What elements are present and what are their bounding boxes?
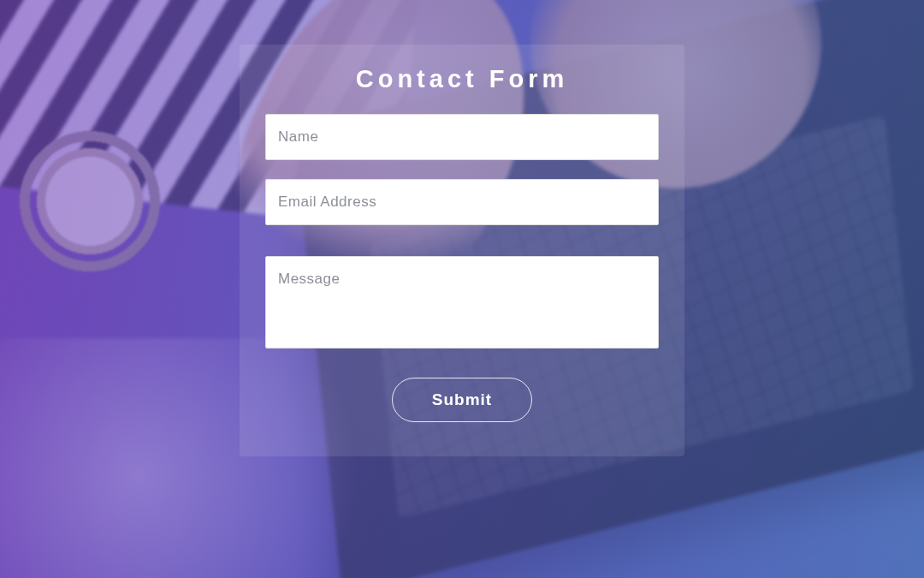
email-field[interactable] (265, 179, 659, 225)
submit-button[interactable]: Submit (392, 378, 532, 422)
name-field[interactable] (265, 114, 659, 160)
contact-form-card: Contact Form Submit (240, 45, 684, 456)
submit-row: Submit (265, 378, 659, 422)
form-title: Contact Form (265, 65, 659, 93)
message-field[interactable] (265, 256, 659, 349)
